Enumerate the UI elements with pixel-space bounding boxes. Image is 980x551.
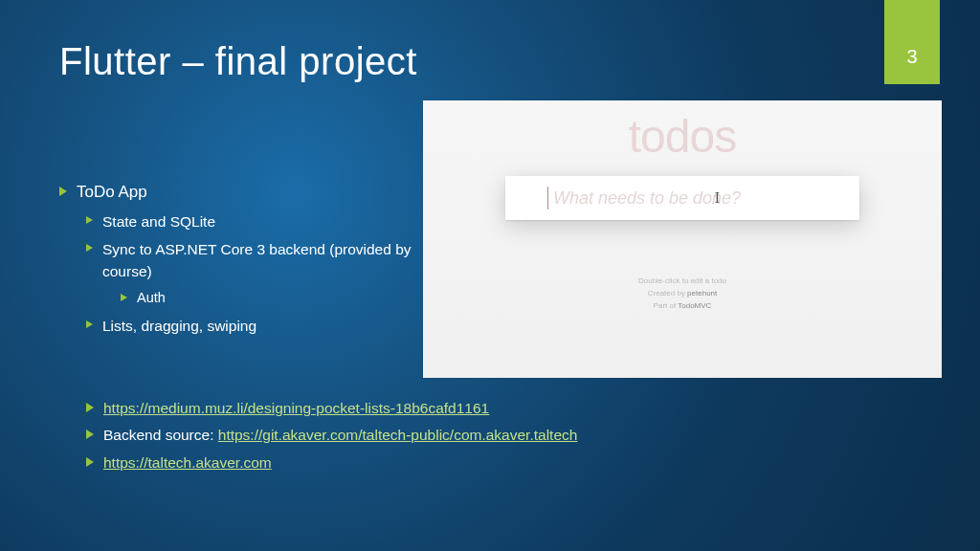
triangle-icon [59,187,67,196]
page-number-badge: 3 [884,0,940,84]
bullet-l2: Sync to ASP.NET Core 3 backend (provided… [86,238,413,283]
bullet-l2: Lists, dragging, swiping [86,315,413,337]
footer-author: petehunt [687,289,717,298]
link-item: https://taltech.akaver.com [86,451,928,475]
bullet-text: ToDo App [77,180,147,205]
link-item: Backend source: https://git.akaver.com/t… [86,423,928,448]
page-number: 3 [906,46,917,68]
link-taltech[interactable]: https://taltech.akaver.com [103,451,272,475]
bullet-text: State and SQLite [102,210,215,232]
bullet-text: Auth [137,288,166,309]
footer-text: Created by [648,289,687,298]
link-medium[interactable]: https://medium.muz.li/designing-pocket-l… [103,396,489,421]
triangle-icon [86,320,93,328]
todo-input[interactable]: What needs to be done? I [505,176,859,220]
content-bullets: ToDo App State and SQLite Sync to ASP.NE… [59,180,413,342]
ibeam-cursor-icon: I [715,189,720,207]
triangle-icon [86,244,93,252]
footer-line: Created by petehunt [423,288,942,300]
bullet-l3: Auth [121,288,413,309]
text-caret-icon [547,187,548,209]
footer-project: TodoMVC [678,301,711,310]
triangle-icon [86,403,94,412]
triangle-icon [86,457,94,467]
link-backend-source[interactable]: https://git.akaver.com/taltech-public/co… [218,427,578,443]
link-list: https://medium.muz.li/designing-pocket-l… [86,396,928,477]
footer-text: Part of [654,301,679,310]
footer-line: Part of TodoMVC [423,300,942,313]
todos-logo: todos [423,110,942,163]
todo-input-placeholder: What needs to be done? [553,188,741,209]
triangle-icon [86,430,94,439]
slide-title: Flutter – final project [59,40,417,83]
triangle-icon [121,294,127,301]
bullet-text: Sync to ASP.NET Core 3 backend (provided… [102,238,413,283]
link-item: https://medium.muz.li/designing-pocket-l… [86,396,928,421]
triangle-icon [86,216,93,224]
link-row: Backend source: https://git.akaver.com/t… [103,423,577,448]
bullet-l1: ToDo App [59,180,413,205]
todos-footer: Double-click to edit a todo Created by p… [423,276,942,312]
slide: 3 Flutter – final project ToDo App State… [0,0,980,551]
bullet-l2: State and SQLite [86,210,413,232]
footer-line: Double-click to edit a todo [423,276,942,288]
bullet-text: Lists, dragging, swiping [102,315,256,337]
todos-app-screenshot: todos What needs to be done? I Double-cl… [423,100,942,378]
link-prefix: Backend source: [103,427,218,443]
